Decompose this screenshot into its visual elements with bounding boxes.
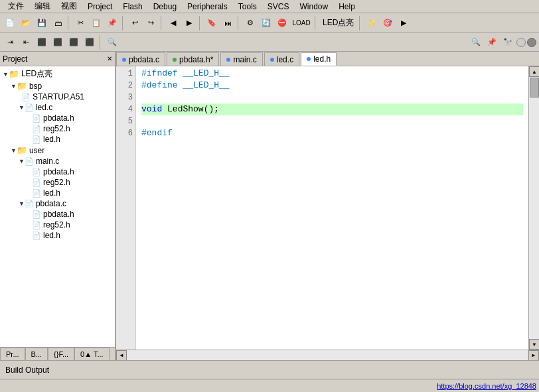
menu-file[interactable]: 文件: [3, 0, 29, 13]
menu-peripherals[interactable]: Peripherals: [182, 1, 233, 13]
tree-item-pbdatac[interactable]: ▼ 📄 pbdata.c: [0, 198, 115, 209]
align-center[interactable]: ⬛: [50, 35, 65, 50]
save-all-btn[interactable]: 🗃: [50, 16, 65, 31]
tree-item-ledh2[interactable]: 📄 led.h: [0, 188, 115, 198]
scope-btn[interactable]: 🔭: [501, 35, 515, 50]
file-icon-pbdatah3: 📄: [32, 210, 41, 219]
tab-dot-pbdata-c: [122, 58, 126, 62]
paste-btn[interactable]: 📌: [105, 16, 119, 31]
stop-btn[interactable]: ⛔: [275, 16, 289, 31]
circle-btn[interactable]: [516, 38, 526, 47]
rebuild-btn[interactable]: 🔄: [259, 16, 273, 31]
menu-window[interactable]: Window: [294, 1, 333, 13]
run-btn[interactable]: ▶: [396, 16, 411, 31]
undo-btn[interactable]: ↩: [127, 16, 142, 31]
tab-label-led-h: led.h: [313, 54, 331, 64]
expand-icon-pbdatac: ▼: [19, 200, 25, 207]
tree-item-root[interactable]: ▼ 📁 LED点亮: [0, 68, 115, 80]
copy-btn[interactable]: 📋: [89, 16, 104, 31]
tab-pbdata-h[interactable]: pbdata.h*: [167, 52, 219, 66]
search-right-btn[interactable]: 🔍: [469, 35, 483, 50]
align-right[interactable]: ⬛: [66, 35, 81, 50]
menu-edit[interactable]: 编辑: [29, 0, 56, 13]
cut-btn[interactable]: ✂: [73, 16, 88, 31]
menu-tools[interactable]: Tools: [233, 1, 262, 13]
menu-view[interactable]: 视图: [56, 0, 82, 13]
tree-item-pbdatah1[interactable]: 📄 pbdata.h: [0, 113, 115, 123]
bookmark-next[interactable]: ⏭: [220, 16, 235, 31]
new-file-btn[interactable]: 📄: [3, 16, 17, 31]
tab-bar: pbdata.c pbdata.h* main.c led.c led.h: [116, 52, 539, 66]
menu-help[interactable]: Help: [333, 1, 360, 13]
file-icon-mainc: 📄: [25, 157, 34, 166]
tree-item-reg52h1[interactable]: 📄 reg52.h: [0, 123, 115, 134]
indent-btn[interactable]: ⇥: [3, 35, 17, 50]
pin-btn[interactable]: 📌: [485, 35, 499, 50]
line-num-3: 3: [116, 92, 133, 103]
vscroll-down-btn[interactable]: ▼: [529, 339, 539, 350]
tab-led-c[interactable]: led.c: [264, 52, 299, 66]
tree-item-user[interactable]: ▼ 📁 user: [0, 145, 115, 156]
tree-item-reg52h2[interactable]: 📄 reg52.h: [0, 177, 115, 188]
align-justify[interactable]: ⬛: [82, 35, 97, 50]
tab-dot-pbdata-h: [173, 58, 177, 62]
hscroll-right-btn[interactable]: ▶: [528, 350, 539, 361]
status-bar: https://blog.csdn.net/xg_12848: [0, 379, 539, 392]
menu-project[interactable]: Project: [82, 1, 117, 13]
tab-main-c[interactable]: main.c: [220, 52, 262, 66]
nav-back-btn[interactable]: ◀: [166, 16, 181, 31]
tab-pbdata-c[interactable]: pbdata.c: [116, 52, 165, 66]
bottom-tab-project[interactable]: Pr...: [0, 348, 25, 361]
save-btn[interactable]: 💾: [35, 16, 49, 31]
unindent-btn[interactable]: ⇤: [19, 35, 33, 50]
tree-item-ledh1[interactable]: 📄 led.h: [0, 134, 115, 145]
bottom-tab-books[interactable]: B...: [25, 348, 48, 361]
code-span-ifndef: #ifndef: [141, 68, 178, 80]
sep7: [359, 16, 362, 31]
search-btn[interactable]: 🔍: [105, 35, 119, 50]
project-close-btn[interactable]: ✕: [107, 55, 112, 62]
menu-debug[interactable]: Debug: [148, 1, 182, 13]
dot-btn[interactable]: [527, 38, 536, 47]
project-tree: ▼ 📁 LED点亮 ▼ 📁 bsp 📄 STARTUP.A51 ▼: [0, 66, 115, 347]
hscroll-left-btn[interactable]: ◀: [116, 350, 127, 361]
menu-flash[interactable]: Flash: [117, 1, 147, 13]
bottom-tab-functions[interactable]: {}F...: [48, 348, 74, 361]
bookmark-btn[interactable]: 🔖: [204, 16, 219, 31]
vscroll-up-btn[interactable]: ▲: [529, 66, 539, 77]
open-btn[interactable]: 📂: [19, 16, 33, 31]
redo-btn[interactable]: ↪: [143, 16, 158, 31]
code-content[interactable]: #ifndef __LED_H__ #define __LED_H__ void: [136, 66, 528, 350]
tab-label-pbdata-c: pbdata.c: [129, 55, 159, 64]
file-icon-startup: 📄: [21, 93, 31, 101]
tree-item-pbdatah2[interactable]: 📄 pbdata.h: [0, 166, 115, 177]
bottom-tab-templates[interactable]: 0▲ T...: [74, 348, 110, 361]
magic-wand-btn[interactable]: ✨: [364, 16, 379, 31]
load-btn[interactable]: LOAD: [291, 16, 312, 31]
file-icon-pbdatah2: 📄: [32, 168, 41, 176]
editor-vscroll: ▲ ▼: [528, 66, 539, 350]
nav-fwd-btn[interactable]: ▶: [182, 16, 196, 31]
build-btn[interactable]: ⚙: [243, 16, 258, 31]
vscroll-thumb[interactable]: [530, 78, 539, 98]
tree-item-mainc[interactable]: ▼ 📄 main.c: [0, 156, 115, 166]
tab-label-led-c: led.c: [277, 55, 293, 64]
code-line-1: #ifndef __LED_H__: [141, 68, 523, 80]
align-left[interactable]: ⬛: [35, 35, 49, 50]
tree-item-startup[interactable]: 📄 STARTUP.A51: [0, 92, 115, 102]
target-btn[interactable]: 🎯: [380, 16, 395, 31]
tree-label-ledh1: led.h: [43, 135, 60, 144]
project-header: Project ✕: [0, 52, 115, 66]
tree-item-pbdatah3[interactable]: 📄 pbdata.h: [0, 209, 115, 220]
tree-item-bsp[interactable]: ▼ 📁 bsp: [0, 80, 115, 92]
tree-item-ledh3[interactable]: 📄 led.h: [0, 230, 115, 241]
tree-item-ledc[interactable]: ▼ 📄 led.c: [0, 102, 115, 113]
tree-label-pbdatac: pbdata.c: [36, 199, 66, 208]
tree-label-pbdatah3: pbdata.h: [43, 210, 74, 219]
tree-item-reg52h3[interactable]: 📄 reg52.h: [0, 220, 115, 230]
tree-label-ledh3: led.h: [43, 231, 60, 240]
menu-svcs[interactable]: SVCS: [262, 1, 295, 13]
tab-led-h[interactable]: led.h: [301, 52, 337, 66]
folder-icon-user: 📁: [17, 145, 27, 155]
toolbar-2: ⇥ ⇤ ⬛ ⬛ ⬛ ⬛ 🔍 🔍 📌 🔭: [0, 33, 539, 52]
